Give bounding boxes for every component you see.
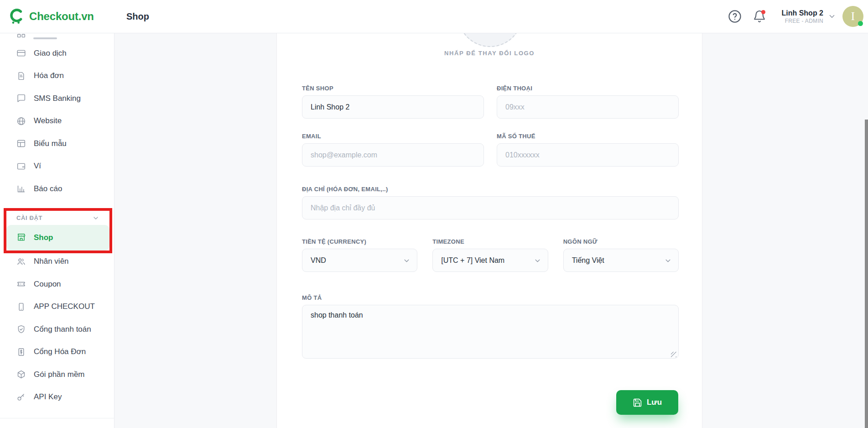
notifications-button[interactable] bbox=[750, 7, 769, 26]
field-tax-code: MÃ SỐ THUẾ bbox=[497, 133, 679, 167]
sidebar-item-label: Shop bbox=[34, 233, 53, 242]
email-label: EMAIL bbox=[302, 133, 484, 140]
save-button[interactable]: Lưu bbox=[616, 390, 678, 415]
timezone-selected-value: [UTC + 7] Viet Nam bbox=[441, 256, 504, 265]
form-row-locale: TIỀN TỆ (CURRENCY) VND TIMEZONE [UTC + 7… bbox=[302, 238, 679, 272]
app-root: Checkout.vn Shop Linh Shop bbox=[0, 0, 868, 428]
receipt-dollar-icon bbox=[16, 347, 26, 357]
sidebar-item-label: API Key bbox=[34, 392, 62, 402]
phone-label: ĐIỆN THOẠI bbox=[497, 85, 679, 92]
help-button[interactable] bbox=[726, 7, 744, 26]
sidebar-item-label: Gói phần mềm bbox=[34, 370, 85, 379]
form-row-description: MÔ TẢ shop thanh toán bbox=[302, 294, 679, 360]
sidebar-item-cong-thanh-toan[interactable]: Cổng thanh toán bbox=[0, 318, 114, 341]
shop-settings-panel: NHẤP ĐỂ THAY ĐỔI LOGO TÊN SHOP ĐIỆN THOẠ… bbox=[276, 33, 702, 428]
user-chevron-down-icon[interactable] bbox=[828, 12, 836, 21]
form-row-email-tax: EMAIL MÃ SỐ THUẾ bbox=[302, 133, 679, 167]
layout-icon bbox=[16, 139, 26, 148]
sidebar-section-settings[interactable]: CÀI ĐẶT bbox=[0, 211, 114, 225]
shop-name-input[interactable] bbox=[302, 95, 484, 119]
sidebar-item-label: Biểu mẫu bbox=[34, 139, 67, 148]
tax-code-input[interactable] bbox=[497, 143, 679, 167]
language-selected-value: Tiếng Việt bbox=[572, 256, 604, 265]
avatar[interactable]: I bbox=[842, 6, 863, 27]
field-shop-name: TÊN SHOP bbox=[302, 85, 484, 119]
address-label: ĐỊA CHỈ (HÓA ĐƠN, EMAIL,..) bbox=[302, 186, 679, 193]
ticket-icon bbox=[16, 279, 26, 289]
user-plan-badge: FREE - ADMIN bbox=[781, 18, 823, 25]
sidebar-item-app-checkout[interactable]: APP CHECKOUT bbox=[0, 296, 114, 318]
vertical-scrollbar-thumb[interactable] bbox=[865, 120, 868, 428]
currency-select[interactable]: VND bbox=[302, 249, 417, 272]
timezone-label: TIMEZONE bbox=[432, 238, 548, 245]
sidebar-item-cong-hoa-don[interactable]: Cổng Hóa Đơn bbox=[0, 341, 114, 364]
sidebar-item-label: Coupon bbox=[34, 280, 61, 289]
credit-card-icon bbox=[16, 48, 26, 58]
email-input[interactable] bbox=[302, 143, 484, 167]
timezone-select[interactable]: [UTC + 7] Viet Nam bbox=[432, 249, 548, 272]
sidebar-item-website[interactable]: Website bbox=[0, 110, 114, 133]
sidebar-item-goi-phan-mem[interactable]: Gói phần mềm bbox=[0, 363, 114, 386]
user-menu[interactable]: Linh Shop 2 FREE - ADMIN bbox=[781, 9, 823, 25]
sidebar-item-shop[interactable]: Shop bbox=[6, 225, 109, 251]
sidebar-item-api-key[interactable]: API Key bbox=[0, 386, 114, 409]
sidebar-item-hoa-don[interactable]: Hóa đơn bbox=[0, 65, 114, 88]
invoice-icon bbox=[16, 71, 26, 81]
language-select[interactable]: Tiếng Việt bbox=[563, 249, 679, 272]
globe-icon bbox=[16, 116, 26, 126]
field-email: EMAIL bbox=[302, 133, 484, 167]
store-icon bbox=[16, 233, 26, 242]
sidebar-item-bieu-mau[interactable]: Biểu mẫu bbox=[0, 132, 114, 155]
sidebar-item-partial[interactable] bbox=[0, 33, 114, 42]
smartphone-icon bbox=[16, 302, 26, 312]
sidebar-item-label: SMS Banking bbox=[34, 94, 81, 103]
bar-chart-icon bbox=[16, 184, 26, 193]
chat-bubble-icon bbox=[16, 94, 26, 103]
chevron-down-icon bbox=[403, 257, 411, 266]
resize-handle[interactable] bbox=[671, 352, 676, 357]
sidebar-divider bbox=[0, 418, 114, 418]
sidebar: Giao dịch Hóa đơn SMS Banking Website Bi bbox=[0, 33, 114, 428]
page-title: Shop bbox=[126, 11, 149, 22]
logo-upload-hint: NHẤP ĐỂ THAY ĐỔI LOGO bbox=[277, 50, 702, 57]
sidebar-item-label: Ví bbox=[34, 162, 41, 171]
shield-check-icon bbox=[16, 324, 26, 334]
key-icon bbox=[16, 392, 26, 402]
brand-logo[interactable]: Checkout.vn bbox=[0, 8, 114, 25]
sidebar-item-label: Hóa đơn bbox=[34, 71, 64, 80]
tax-code-label: MÃ SỐ THUẾ bbox=[497, 133, 679, 140]
phone-input[interactable] bbox=[497, 95, 679, 119]
description-textarea-wrap: shop thanh toán bbox=[302, 305, 679, 360]
shop-name-label: TÊN SHOP bbox=[302, 85, 484, 92]
description-textarea[interactable]: shop thanh toán bbox=[302, 305, 679, 359]
top-header: Checkout.vn Shop Linh Shop bbox=[0, 0, 868, 33]
clipped-label-fragment bbox=[33, 37, 57, 39]
field-timezone: TIMEZONE [UTC + 7] Viet Nam bbox=[432, 238, 548, 272]
save-icon bbox=[633, 398, 642, 407]
sidebar-item-label: APP CHECKOUT bbox=[34, 302, 95, 311]
wallet-icon bbox=[16, 162, 26, 171]
language-label: NGÔN NGỮ bbox=[563, 238, 679, 245]
address-input[interactable] bbox=[302, 196, 679, 219]
sidebar-item-label: Cổng thanh toán bbox=[34, 325, 91, 334]
sidebar-item-sms-banking[interactable]: SMS Banking bbox=[0, 87, 114, 110]
sidebar-item-vi[interactable]: Ví bbox=[0, 155, 114, 178]
form-row-name-phone: TÊN SHOP ĐIỆN THOẠI bbox=[302, 85, 679, 119]
cart-logo-icon bbox=[7, 8, 25, 25]
sidebar-item-label: Cổng Hóa Đơn bbox=[34, 347, 86, 356]
sidebar-item-label: Nhân viên bbox=[34, 257, 69, 266]
sidebar-item-giao-dich[interactable]: Giao dịch bbox=[0, 42, 114, 65]
currency-selected-value: VND bbox=[311, 256, 326, 265]
description-label: MÔ TẢ bbox=[302, 294, 679, 301]
main-content: NHẤP ĐỂ THAY ĐỔI LOGO TÊN SHOP ĐIỆN THOẠ… bbox=[114, 33, 868, 428]
chevron-down-icon bbox=[664, 257, 672, 266]
currency-label: TIỀN TỆ (CURRENCY) bbox=[302, 238, 417, 245]
sidebar-item-bao-cao[interactable]: Báo cáo bbox=[0, 177, 114, 200]
sidebar-item-coupon[interactable]: Coupon bbox=[0, 273, 114, 296]
package-icon bbox=[16, 370, 26, 379]
sidebar-item-nhan-vien[interactable]: Nhân viên bbox=[0, 251, 114, 273]
save-button-label: Lưu bbox=[647, 398, 662, 407]
chevron-down-icon bbox=[534, 257, 541, 266]
sidebar-item-label: Giao dịch bbox=[34, 49, 67, 58]
field-phone: ĐIỆN THOẠI bbox=[497, 85, 679, 119]
